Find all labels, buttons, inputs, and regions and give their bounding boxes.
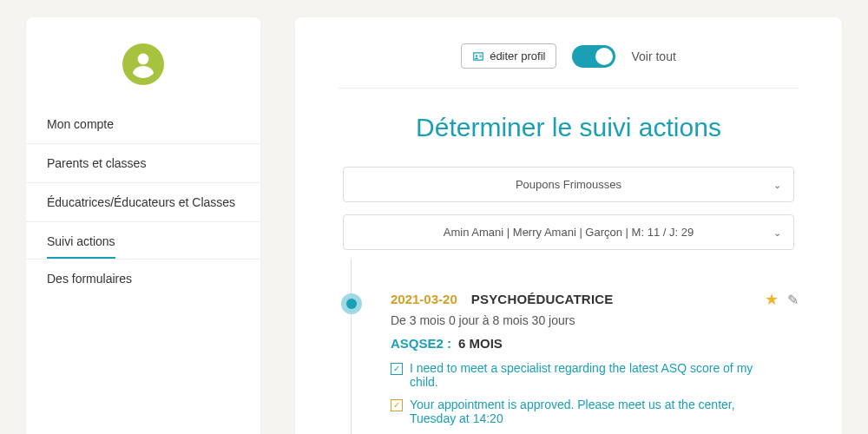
edit-profile-button[interactable]: éditer profil (461, 43, 556, 69)
view-all-label: Voir tout (631, 49, 675, 63)
entry-date: 2021-03-20 (391, 292, 457, 306)
sidebar-item-parents-classes[interactable]: Parents et classes (26, 144, 260, 183)
group-select-value: Poupons Frimousses (516, 178, 621, 191)
message-text: Your appointment is approved. Please mee… (410, 398, 781, 425)
entry-header: 2021-03-20 PSYCHOÉDUCATRICE (391, 292, 781, 306)
sidebar-item-educatrices-classes[interactable]: Éducatrices/Éducateurs et Classes (26, 183, 260, 222)
user-avatar-icon (122, 43, 164, 85)
avatar (26, 43, 260, 88)
edit-profile-label: éditer profil (490, 49, 545, 62)
view-all-toggle[interactable] (572, 45, 615, 68)
check-icon: ✓ (391, 363, 403, 375)
asq-label: ASQSE2 : (391, 336, 451, 351)
group-select[interactable]: Poupons Frimousses ⌄ (343, 167, 794, 202)
sidebar-item-suivi-actions[interactable]: Suivi actions (47, 222, 115, 259)
sidebar-item-suivi-actions-wrap: Suivi actions (26, 222, 260, 260)
page-title: Déterminer le suivi actions (339, 113, 799, 142)
sidebar-item-formulaires[interactable]: Des formulaires (26, 260, 260, 298)
timeline-rail (339, 285, 365, 434)
timeline: ★ ✎ 2021-03-20 PSYCHOÉDUCATRICE De 3 moi… (339, 285, 799, 434)
svg-point-2 (476, 55, 477, 56)
child-select[interactable]: Amin Amani | Merry Amani | Garçon | M: 1… (343, 214, 794, 250)
sidebar: Mon compte Parents et classes Éducatrice… (26, 17, 260, 434)
entry-actions: ★ ✎ (765, 290, 799, 309)
child-select-value: Amin Amani | Merry Amani | Garçon | M: 1… (444, 226, 694, 239)
entry-asq: ASQSE2 : 6 MOIS (391, 336, 781, 351)
toolbar: éditer profil Voir tout (339, 43, 799, 89)
check-icon: ✓ (391, 399, 403, 411)
message-text: I need to meet a specialist regarding th… (410, 361, 781, 389)
chevron-down-icon: ⌄ (773, 179, 781, 190)
sidebar-item-mon-compte[interactable]: Mon compte (26, 105, 260, 144)
id-card-icon (472, 50, 484, 62)
chevron-down-icon: ⌄ (773, 227, 781, 238)
timeline-entry: ★ ✎ 2021-03-20 PSYCHOÉDUCATRICE De 3 moi… (365, 285, 799, 434)
entry-age-range: De 3 mois 0 jour à 8 mois 30 jours (391, 313, 781, 327)
pencil-icon[interactable]: ✎ (787, 292, 799, 308)
entry-role: PSYCHOÉDUCATRICE (471, 292, 614, 306)
asq-value: 6 MOIS (458, 336, 503, 351)
timeline-dot (341, 293, 362, 314)
star-icon[interactable]: ★ (765, 290, 779, 309)
main-panel: éditer profil Voir tout Déterminer le su… (295, 17, 842, 434)
entry-message-request: ✓ I need to meet a specialist regarding … (391, 361, 781, 389)
entry-message-approved: ✓ Your appointment is approved. Please m… (391, 398, 781, 425)
svg-point-1 (138, 54, 149, 65)
